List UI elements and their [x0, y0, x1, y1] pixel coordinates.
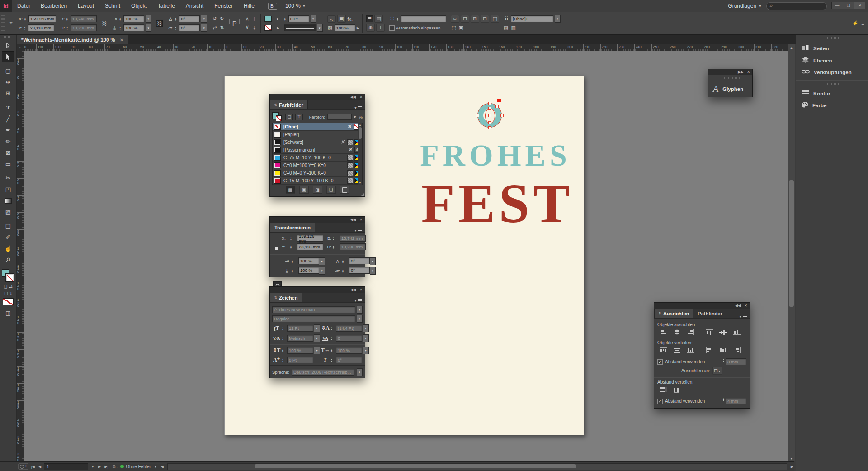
rotation-stepper[interactable]: ▲▼	[342, 260, 345, 263]
font-style-field[interactable]: Regular	[272, 315, 355, 322]
close-button[interactable]: ✕	[854, 2, 865, 9]
spacing-stepper[interactable]: ▲▼	[722, 358, 726, 365]
font-family-dropdown[interactable]: ▼	[357, 306, 363, 314]
x-field[interactable]: 159,126 mm	[297, 235, 323, 242]
wrap-options-button[interactable]: ⊜	[366, 24, 375, 32]
skew-field[interactable]: 0°	[336, 357, 362, 363]
effects-button[interactable]: ▣	[337, 15, 346, 23]
ausrichten-tab[interactable]: ⇅ Ausrichten	[654, 309, 693, 318]
kerning-field[interactable]: Metrisch	[287, 335, 313, 342]
dock-item-farbe[interactable]: Farbe	[796, 99, 868, 111]
panel-fill-stroke-proxy[interactable]	[272, 112, 283, 121]
leading-stepper[interactable]: ▲▼	[330, 327, 334, 330]
rectangle-tool[interactable]: ▭	[2, 158, 14, 170]
scale-x-field[interactable]: 100 %	[123, 15, 144, 22]
shear-stepper[interactable]: ▲▼	[342, 269, 345, 273]
next-page-button[interactable]: ▶	[97, 465, 102, 469]
dist-h-center-button[interactable]	[717, 347, 729, 355]
rotation-dropdown[interactable]: ▼	[201, 15, 207, 23]
stroke-weight-stepper[interactable]: ▲▼	[284, 17, 287, 21]
font-size-field[interactable]: 12 Pt	[287, 325, 313, 332]
x-stepper[interactable]: ▲▼	[24, 17, 27, 21]
x-stepper[interactable]: ▲▼	[290, 237, 293, 240]
dist-right-button[interactable]	[731, 347, 742, 355]
container-formatting-toggle[interactable]: ▢	[285, 114, 293, 120]
horizontal-scrollbar[interactable]	[167, 463, 787, 470]
line-tool[interactable]: ╱	[2, 113, 14, 124]
hand-tool[interactable]: ☝	[2, 243, 14, 254]
scroll-up-icon[interactable]: ▲	[358, 124, 362, 126]
anchor-point[interactable]	[488, 121, 491, 124]
swatch-row[interactable]: C=15 M=100 Y=100 K=0	[273, 177, 362, 185]
panel-menu-icon[interactable]: ▼	[354, 229, 365, 232]
collapse-icon[interactable]: ◀◀	[735, 304, 741, 308]
height-field[interactable]: 13,238 mm	[340, 243, 366, 250]
opacity-flyout-arrow[interactable]: ▶	[357, 26, 359, 30]
stroke-flyout-arrow[interactable]: ▶	[277, 26, 279, 30]
scroll-right-icon[interactable]: ▶	[790, 465, 794, 469]
pathfinder-tab[interactable]: Pathfinder	[693, 309, 726, 318]
rotate-ccw-button[interactable]: ↺	[212, 16, 217, 22]
first-page-button[interactable]: |◀	[30, 465, 36, 469]
horizontal-scale-dropdown[interactable]: ▼	[363, 347, 369, 354]
clear-override-icon[interactable]: ▥.	[511, 25, 517, 31]
expand-icon[interactable]: ▶▶	[738, 70, 743, 74]
text-formatting-toggle[interactable]: T	[295, 114, 303, 120]
use-spacing2-checkbox[interactable]: ✓	[657, 399, 663, 404]
scroll-down-icon[interactable]: ▼	[358, 181, 362, 184]
tracking-field[interactable]: 0	[336, 335, 362, 342]
anchor-point[interactable]	[488, 126, 491, 129]
collapse-icon[interactable]: ◀◀	[350, 95, 356, 99]
leading-field[interactable]: (14,4 Pt)	[336, 325, 362, 332]
page-dropdown-icon[interactable]: ▼	[90, 465, 95, 469]
spacing-field[interactable]: 3 mm	[726, 358, 746, 365]
scale-x-dropdown[interactable]: ▼	[319, 257, 325, 265]
dist-bottom-button[interactable]	[684, 347, 696, 355]
center-content-button[interactable]: ⊞	[471, 15, 479, 23]
font-size-dropdown[interactable]: ▼	[314, 324, 320, 332]
dist-v-center-button[interactable]	[671, 347, 683, 355]
align-h-center-button[interactable]	[671, 328, 683, 337]
object-style-dropdown[interactable]: ▼	[555, 15, 561, 23]
scale-x-stepper[interactable]: ▲▼	[119, 17, 122, 21]
show-gradient-swatches-button[interactable]: ◨	[313, 186, 322, 194]
scale-x-dropdown[interactable]: ▼	[146, 15, 151, 23]
shear-dropdown[interactable]: ▼	[201, 24, 207, 32]
zeichen-panel-titlebar[interactable]: ◀◀ ✕	[270, 287, 365, 293]
shear-field[interactable]: 0°	[349, 267, 370, 274]
stroke-weight-dropdown[interactable]: ▼	[311, 15, 316, 23]
select-content-button[interactable]: ▣	[458, 25, 464, 31]
stroke-style-dropdown[interactable]: ▼	[317, 24, 323, 32]
close-icon[interactable]: ✕	[359, 218, 363, 222]
shear-field[interactable]: 0°	[179, 24, 200, 31]
content-collector-tool[interactable]: ⊞	[2, 88, 14, 99]
swatch-row[interactable]: C=0 M=100 Y=0 K=0	[273, 162, 362, 169]
fill-flyout-arrow[interactable]: ▶	[277, 17, 279, 21]
tracking-dropdown[interactable]: ▼	[363, 334, 369, 342]
space-horizontal-button[interactable]	[671, 386, 683, 394]
opacity-field[interactable]: 100 %	[335, 24, 355, 31]
panel-menu-icon[interactable]: ▼	[354, 299, 365, 302]
dock-item-ebenen[interactable]: Ebenen	[796, 54, 868, 67]
style-override-icon[interactable]: ▨.	[504, 25, 509, 31]
quick-apply-icon[interactable]: ⚡	[852, 20, 859, 26]
dock-grip[interactable]	[825, 37, 840, 39]
align-right-button[interactable]	[684, 328, 696, 337]
align-bottom-button[interactable]	[731, 328, 742, 337]
restore-button[interactable]: ❐	[843, 2, 854, 9]
farbfelder-tab[interactable]: ⇅ Farbfelder	[270, 100, 308, 109]
anchor-point[interactable]	[500, 114, 504, 117]
spacing2-stepper[interactable]: ▲▼	[722, 398, 726, 404]
formatting-text-icon[interactable]: T	[10, 291, 13, 295]
fit-frame-button[interactable]: ⊡	[461, 15, 469, 23]
rotation-field[interactable]: 0°	[349, 257, 370, 264]
pen-tool[interactable]: ✒	[2, 124, 14, 136]
width-field[interactable]: 13,742 mm	[71, 15, 97, 22]
skew-stepper[interactable]: ▲▼	[330, 358, 334, 362]
width-field[interactable]: 13,742 mm	[340, 235, 366, 242]
text-wrap-off-button[interactable]: ≣	[366, 15, 373, 22]
vertical-scale-field[interactable]: 100 %	[287, 347, 313, 354]
scale-x-field[interactable]: 100 %	[298, 257, 319, 264]
tint-slider-field[interactable]	[327, 114, 352, 120]
dist-left-button[interactable]	[703, 347, 715, 355]
